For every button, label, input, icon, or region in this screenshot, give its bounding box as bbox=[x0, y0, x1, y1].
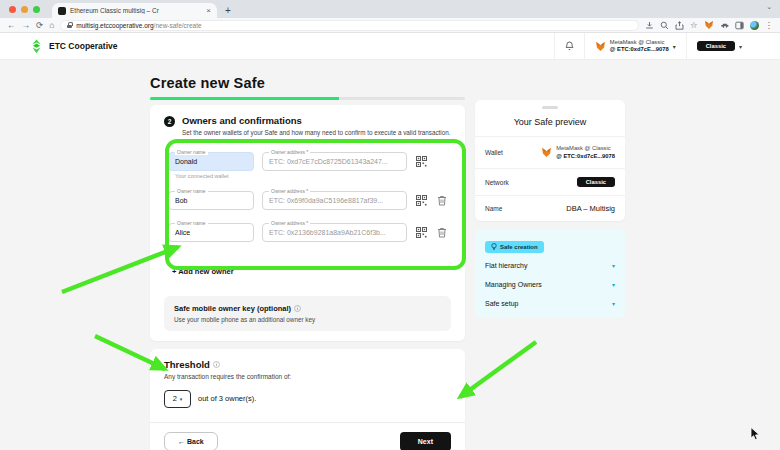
close-window-button[interactable] bbox=[9, 6, 16, 13]
preview-safe-name: DBA – Multisig bbox=[566, 204, 615, 213]
share-icon[interactable] bbox=[675, 21, 684, 30]
mobile-owner-key-box[interactable]: Safe mobile owner key (optional) Use you… bbox=[164, 296, 451, 331]
wallet-address: @ ETC:0xd7cE...9078 bbox=[610, 46, 669, 53]
url-path: /new-safe/create bbox=[154, 22, 202, 29]
zoom-window-button[interactable] bbox=[33, 6, 40, 13]
step-header: 2 Owners and confirmations Set the owner… bbox=[164, 115, 451, 136]
lightbulb-icon bbox=[491, 243, 497, 251]
owner-name-input[interactable]: Owner name Donald bbox=[168, 152, 254, 171]
threshold-value: 2 bbox=[173, 394, 177, 403]
owner-address-label: Owner address * bbox=[269, 149, 310, 155]
owner-address-value: ETC: 0x69f0da9aC5196e8817af39... bbox=[269, 197, 383, 204]
owner-name-input[interactable]: Owner name Alice bbox=[168, 223, 254, 242]
address-bar[interactable]: multisig.etccooperative.org/new-safe/cre… bbox=[60, 20, 639, 31]
profile-avatar[interactable] bbox=[750, 21, 759, 30]
tab-overflow-chevron-icon[interactable]: ⌄ bbox=[766, 3, 772, 11]
name-row-label: Name bbox=[485, 205, 502, 212]
owner-name-value: Bob bbox=[175, 197, 187, 204]
app-header: ETC Cooperative MetaMask @ Classic @ ETC… bbox=[0, 33, 780, 60]
owner-address-label: Owner address * bbox=[269, 220, 310, 226]
delete-owner-trash-icon[interactable] bbox=[436, 227, 447, 238]
network-row-label: Network bbox=[485, 179, 509, 186]
owner-address-input[interactable]: Owner address * ETC: 0x2136b9281a8a9Ab21… bbox=[262, 223, 407, 242]
preview-wallet-name: MetaMask @ Classic bbox=[556, 145, 615, 153]
safe-preview-title: Your Safe preview bbox=[475, 117, 625, 127]
toolbar-right-icons: ☆ ⋮ bbox=[645, 20, 773, 30]
owner-address-input[interactable]: Owner address * ETC: 0xd7cE7cDc8725D6134… bbox=[262, 152, 407, 171]
bookmark-star-icon[interactable]: ☆ bbox=[690, 21, 698, 30]
add-new-owner-button[interactable]: + Add new owner bbox=[172, 267, 234, 276]
threshold-select[interactable]: 2 ▾ bbox=[164, 390, 191, 408]
threshold-subtitle: Any transaction requires the confirmatio… bbox=[164, 373, 451, 380]
connected-wallet-helper: Your connected wallet bbox=[175, 173, 447, 180]
etc-cooperative-logo-icon bbox=[30, 39, 43, 54]
zoom-icon[interactable] bbox=[660, 21, 669, 30]
preview-network-row: Network Classic bbox=[475, 168, 625, 195]
qr-code-icon[interactable] bbox=[415, 195, 428, 206]
owner-row: Owner name Alice Owner address * ETC: 0x… bbox=[168, 223, 447, 242]
owner-name-input[interactable]: Owner name Bob bbox=[168, 191, 254, 210]
minimize-window-button[interactable] bbox=[21, 6, 28, 13]
brand[interactable]: ETC Cooperative bbox=[30, 39, 118, 54]
owner-name-label: Owner name bbox=[175, 149, 208, 155]
connected-wallet[interactable]: MetaMask @ Classic @ ETC:0xd7cE...9078 ▾ bbox=[584, 33, 686, 59]
new-tab-button[interactable]: + bbox=[225, 5, 231, 16]
qr-code-icon[interactable] bbox=[415, 227, 428, 238]
wallet-chevron-down-icon[interactable]: ▾ bbox=[673, 43, 676, 50]
brand-name: ETC Cooperative bbox=[49, 41, 118, 51]
browser-tab[interactable]: Ethereum Classic multisig – Cr × bbox=[52, 3, 217, 18]
safe-creation-badge-label: Safe creation bbox=[500, 244, 538, 250]
back-button[interactable]: ← Back bbox=[164, 432, 218, 450]
next-button[interactable]: Next bbox=[400, 432, 451, 450]
drag-pill bbox=[542, 106, 558, 109]
owner-address-input[interactable]: Owner address * ETC: 0x69f0da9aC5196e881… bbox=[262, 191, 407, 210]
help-accordion-flat-hierarchy[interactable]: Flat hierarchy ▾ bbox=[485, 255, 615, 274]
owner-name-value: Donald bbox=[175, 158, 197, 165]
reload-icon[interactable]: ⟳ bbox=[36, 21, 43, 30]
back-icon[interactable]: ← bbox=[7, 21, 16, 30]
extensions-puzzle-icon[interactable] bbox=[720, 21, 729, 30]
page-title: Create new Safe bbox=[150, 75, 465, 91]
chevron-down-icon: ▾ bbox=[612, 281, 615, 288]
wallet-info: MetaMask @ Classic @ ETC:0xd7cE...9078 bbox=[610, 39, 669, 53]
step-title: Owners and confirmations bbox=[182, 115, 450, 126]
owner-name-value: Alice bbox=[175, 229, 190, 236]
network-chevron-down-icon[interactable]: ▾ bbox=[739, 43, 742, 50]
owner-address-value: ETC: 0xd7cE7cDc8725D61343a247... bbox=[269, 158, 388, 165]
metamask-extension-icon[interactable] bbox=[704, 20, 714, 30]
delete-owner-trash-icon[interactable] bbox=[436, 195, 447, 206]
main-column: Create new Safe 2 Owners and confirmatio… bbox=[150, 60, 465, 450]
select-chevron-down-icon: ▾ bbox=[180, 396, 183, 402]
notifications[interactable] bbox=[554, 33, 584, 59]
chevron-down-icon: ▾ bbox=[612, 300, 615, 307]
help-accordion-managing-owners[interactable]: Managing Owners ▾ bbox=[485, 274, 615, 293]
install-icon[interactable] bbox=[645, 21, 654, 30]
forward-icon[interactable]: → bbox=[22, 21, 31, 30]
qr-code-icon[interactable] bbox=[415, 156, 428, 167]
metamask-fox-icon bbox=[595, 41, 606, 52]
network-selector[interactable]: Classic ▾ bbox=[686, 33, 752, 59]
window-controls[interactable] bbox=[9, 6, 40, 13]
owner-name-label: Owner name bbox=[175, 188, 208, 194]
home-icon[interactable]: ⌂ bbox=[49, 21, 54, 30]
menu-kebab-icon[interactable]: ⋮ bbox=[765, 21, 774, 30]
url-text[interactable]: multisig.etccooperative.org/new-safe/cre… bbox=[76, 22, 201, 29]
tab-favicon bbox=[58, 7, 66, 15]
side-panel-icon[interactable] bbox=[735, 21, 744, 30]
safe-creation-badge: Safe creation bbox=[485, 241, 544, 253]
mobile-key-subtitle: Use your mobile phone as an additional o… bbox=[174, 316, 441, 323]
page-content: Create new Safe 2 Owners and confirmatio… bbox=[0, 60, 780, 450]
safe-preview-card: Your Safe preview Wallet MetaMask @ Clas… bbox=[475, 100, 625, 221]
network-badge[interactable]: Classic bbox=[697, 41, 735, 51]
owners-card: 2 Owners and confirmations Set the owner… bbox=[150, 105, 465, 341]
browser-toolbar: ← → ⟳ ⌂ multisig.etccooperative.org/new-… bbox=[0, 18, 780, 33]
bell-icon[interactable] bbox=[565, 41, 574, 51]
step-number-badge: 2 bbox=[164, 116, 175, 127]
help-accordion-safe-setup[interactable]: Safe setup ▾ bbox=[485, 293, 615, 312]
wallet-name: MetaMask @ Classic bbox=[610, 39, 669, 46]
threshold-title: Threshold bbox=[164, 359, 210, 370]
tab-close-icon[interactable]: × bbox=[206, 7, 211, 15]
url-domain: multisig.etccooperative.org bbox=[76, 22, 153, 29]
tab-strip: Ethereum Classic multisig – Cr × + ⌄ bbox=[0, 0, 780, 18]
preview-network-badge: Classic bbox=[577, 177, 615, 187]
